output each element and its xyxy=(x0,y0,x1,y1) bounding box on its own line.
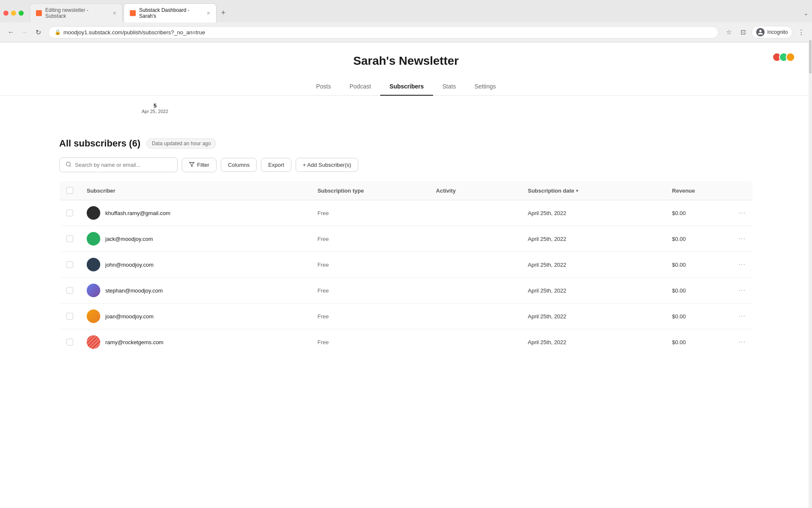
chart-area: 5 Apr 25, 2022 xyxy=(0,96,812,130)
row-4-subscription-date: April 25th, 2022 xyxy=(521,304,665,329)
row-4-subscriber-cell: joan@moodjoy.com xyxy=(80,304,311,329)
table-row: stephan@moodjoy.com Free April 25th, 202… xyxy=(60,278,753,304)
back-button[interactable]: ← xyxy=(5,26,17,38)
row-1-checkbox[interactable] xyxy=(66,235,73,242)
row-1-revenue: $0.00 xyxy=(665,226,732,252)
row-4-checkbox[interactable] xyxy=(66,313,73,320)
add-subscriber-label: + Add Subscriber(s) xyxy=(303,162,351,168)
lock-icon: 🔒 xyxy=(55,29,61,35)
row-0-subscription-type: Free xyxy=(311,200,429,226)
row-5-checkbox-cell xyxy=(60,329,80,355)
row-2-actions-cell: ··· xyxy=(732,252,753,278)
row-0-activity xyxy=(429,200,521,226)
tab-posts[interactable]: Posts xyxy=(307,78,340,96)
row-5-avatar xyxy=(87,335,100,349)
row-4-revenue: $0.00 xyxy=(665,304,732,329)
tab-podcast[interactable]: Podcast xyxy=(340,78,380,96)
chart-value: 5 xyxy=(142,102,168,109)
action-bar: Filter Columns Export + Add Subscriber(s… xyxy=(59,157,753,172)
row-1-subscriber-cell: jack@moodjoy.com xyxy=(80,226,311,252)
row-2-revenue: $0.00 xyxy=(665,252,732,278)
filter-button[interactable]: Filter xyxy=(182,158,217,172)
columns-button[interactable]: Columns xyxy=(221,158,257,172)
tab-favicon-2 xyxy=(130,10,136,16)
section-title: All subscribers (6) xyxy=(59,138,140,149)
row-1-subscription-date: April 25th, 2022 xyxy=(521,226,665,252)
cast-icon[interactable]: ⊡ xyxy=(737,26,749,38)
newsletter-title: Sarah's Newsletter xyxy=(353,54,458,68)
tab-more-button[interactable]: ⌄ xyxy=(804,10,809,17)
row-5-email: ramy@rocketgems.com xyxy=(105,339,163,345)
th-subscription-type: Subscription type xyxy=(311,181,429,200)
address-bar: ← → ↻ 🔒 moodjoy1.substack.com/publish/su… xyxy=(0,22,812,42)
tab-close-2[interactable]: × xyxy=(207,10,210,17)
th-checkbox xyxy=(60,181,80,200)
select-all-checkbox[interactable] xyxy=(66,187,73,194)
row-0-actions-cell: ··· xyxy=(732,200,753,226)
row-4-more-button[interactable]: ··· xyxy=(739,312,746,320)
sort-desc-icon: ▾ xyxy=(576,188,578,193)
chart-date: Apr 25, 2022 xyxy=(142,109,168,114)
avatar-3 xyxy=(786,52,795,62)
tab-stats[interactable]: Stats xyxy=(433,78,465,96)
row-4-checkbox-cell xyxy=(60,304,80,329)
filter-label: Filter xyxy=(197,162,209,168)
page-content: Sarah's Newsletter Posts Podcast Subscri… xyxy=(0,42,812,508)
add-subscriber-button[interactable]: + Add Subscriber(s) xyxy=(296,158,359,172)
columns-label: Columns xyxy=(228,162,250,168)
bookmark-icon[interactable]: ☆ xyxy=(723,26,735,38)
th-activity-label: Activity xyxy=(436,188,456,194)
section-header: All subscribers (6) Data updated an hour… xyxy=(59,138,753,149)
tab-substack-dashboard[interactable]: Substack Dashboard - Sarah's × xyxy=(123,3,217,22)
tab-bar: Editing newsletter - Substack × Substack… xyxy=(0,0,812,22)
refresh-button[interactable]: ↻ xyxy=(32,26,44,38)
row-2-checkbox[interactable] xyxy=(66,261,73,268)
row-3-actions-cell: ··· xyxy=(732,278,753,304)
table-row: joan@moodjoy.com Free April 25th, 2022 $… xyxy=(60,304,753,329)
filter-icon xyxy=(189,162,195,168)
row-5-subscription-date: April 25th, 2022 xyxy=(521,329,665,355)
row-0-checkbox[interactable] xyxy=(66,210,73,216)
row-5-activity xyxy=(429,329,521,355)
row-1-activity xyxy=(429,226,521,252)
row-3-checkbox[interactable] xyxy=(66,287,73,294)
row-1-more-button[interactable]: ··· xyxy=(739,235,746,242)
forward-button[interactable]: → xyxy=(19,26,30,38)
data-freshness-badge: Data updated an hour ago xyxy=(146,138,216,149)
close-traffic-light[interactable] xyxy=(3,11,8,16)
url-bar[interactable]: 🔒 moodjoy1.substack.com/publish/subscrib… xyxy=(48,26,719,39)
table-row: khuffash.ramy@gmail.com Free April 25th,… xyxy=(60,200,753,226)
row-1-actions-cell: ··· xyxy=(732,226,753,252)
user-avatar-cluster xyxy=(772,52,795,62)
row-0-more-button[interactable]: ··· xyxy=(739,209,746,216)
row-3-subscription-date: April 25th, 2022 xyxy=(521,278,665,304)
export-button[interactable]: Export xyxy=(261,158,291,172)
row-5-more-button[interactable]: ··· xyxy=(739,338,746,345)
svg-point-0 xyxy=(66,162,70,166)
maximize-traffic-light[interactable] xyxy=(19,11,24,16)
browser-chrome: Editing newsletter - Substack × Substack… xyxy=(0,0,812,42)
tab-editing-newsletter[interactable]: Editing newsletter - Substack × xyxy=(30,3,123,22)
row-2-more-button[interactable]: ··· xyxy=(739,261,746,268)
new-tab-button[interactable]: + xyxy=(217,7,229,19)
tab-settings[interactable]: Settings xyxy=(465,78,505,96)
search-box[interactable] xyxy=(59,157,178,172)
search-input[interactable] xyxy=(75,162,171,168)
row-5-checkbox[interactable] xyxy=(66,339,73,345)
export-label: Export xyxy=(268,162,284,168)
scrollbar[interactable] xyxy=(809,36,812,508)
subscribers-table: Subscriber Subscription type Activity Su… xyxy=(59,181,753,355)
minimize-traffic-light[interactable] xyxy=(11,11,16,16)
th-subscription-date[interactable]: Subscription date ▾ xyxy=(521,181,665,200)
tab-subscribers[interactable]: Subscribers xyxy=(380,78,433,96)
row-0-checkbox-cell xyxy=(60,200,80,226)
nav-buttons: ← → ↻ xyxy=(5,26,44,38)
account-button[interactable]: Incognito xyxy=(752,26,793,39)
more-options-icon[interactable]: ⋮ xyxy=(795,26,807,38)
row-3-more-button[interactable]: ··· xyxy=(739,287,746,294)
tab-label-2: Substack Dashboard - Sarah's xyxy=(139,7,203,19)
th-subscription-type-label: Subscription type xyxy=(318,188,364,194)
tab-close-1[interactable]: × xyxy=(113,10,116,17)
scrollbar-thumb[interactable] xyxy=(809,40,812,74)
row-2-email: john@moodjoy.com xyxy=(105,262,154,268)
